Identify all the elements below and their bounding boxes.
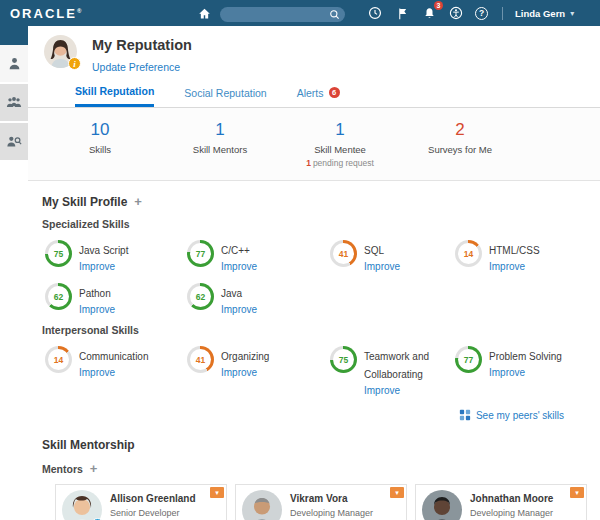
mentor-card-top: Allison Greenland Senior Developer allis…: [56, 485, 226, 520]
skill-item: 77 Problem SolvingImprove: [455, 346, 600, 396]
see-peers-skills-link[interactable]: See my peers' skills: [459, 409, 564, 421]
top-header: ORACLE® 3 ? Linda Gern ▾: [0, 0, 600, 26]
mentor-avatar[interactable]: [422, 490, 462, 520]
add-mentor-icon[interactable]: +: [90, 461, 98, 476]
improve-link[interactable]: Improve: [364, 385, 455, 396]
skill-item: 75 Teamwork and CollaboratingImprove: [330, 346, 455, 396]
left-sidebar: [0, 26, 28, 520]
specialized-skills-heading: Specialized Skills: [42, 218, 600, 230]
header-icons: 3 ?: [367, 5, 488, 21]
skill-progress-ring: 75: [330, 346, 357, 373]
tab-skill-reputation[interactable]: Skill Reputation: [75, 85, 154, 107]
sidebar-header-cap: [0, 26, 28, 45]
skill-item: 41 OrganizingImprove: [187, 346, 330, 396]
peers-icon: [459, 409, 471, 421]
improve-link[interactable]: Improve: [221, 367, 269, 378]
skill-progress-ring: 77: [187, 240, 214, 267]
skill-item: 77 C/C++Improve: [187, 240, 330, 272]
mentor-cards: ▾ Allison Greenland: [55, 484, 600, 520]
stat-skill-mentee[interactable]: 1 Skill Mentee 1pending request: [280, 120, 400, 180]
flag-icon[interactable]: [394, 5, 410, 21]
improve-link[interactable]: Improve: [489, 261, 540, 272]
mentor-card: ▾ Allison Greenland: [55, 484, 227, 520]
avatar-image: [242, 490, 282, 520]
notifications-bell-icon[interactable]: 3: [421, 5, 437, 21]
person-search-icon: [6, 134, 22, 149]
specialized-skills-grid: 75 Java ScriptImprove 77 C/C++Improve 41…: [45, 240, 600, 315]
stat-skill-mentors[interactable]: 1 Skill Mentors: [160, 120, 280, 180]
search-input[interactable]: [220, 7, 345, 22]
skill-progress-ring: 62: [187, 283, 214, 310]
accessibility-icon[interactable]: [448, 5, 464, 21]
mentor-info: Vikram Vora Developing Manager vikram.vo…: [290, 490, 383, 520]
tab-social-reputation[interactable]: Social Reputation: [184, 85, 266, 107]
skill-progress-ring: 75: [45, 240, 72, 267]
peers-link-row: See my peers' skills: [42, 407, 564, 425]
mentor-card: ▾ Johnathan Moore Developing Manager: [415, 484, 587, 520]
mentor-info: Allison Greenland Senior Developer allis…: [110, 490, 223, 520]
mentor-info: Johnathan Moore Developing Manager johna…: [470, 490, 583, 520]
main-content: i My Reputation Update Preference Skill …: [28, 26, 600, 520]
oracle-logo: ORACLE®: [10, 6, 196, 21]
improve-link[interactable]: Improve: [79, 367, 148, 378]
help-icon[interactable]: ?: [475, 7, 488, 20]
header-divider: [502, 7, 503, 20]
tab-alerts[interactable]: Alerts6: [297, 85, 340, 107]
profile-text: My Reputation Update Preference: [92, 35, 192, 75]
add-skill-icon[interactable]: +: [134, 194, 142, 209]
user-menu-caret-icon[interactable]: ▾: [570, 9, 574, 18]
alerts-count-badge: 6: [329, 87, 340, 98]
team-icon: [6, 95, 22, 110]
profile-header: i My Reputation Update Preference: [28, 26, 600, 75]
skill-profile-section: My Skill Profile+ Specialized Skills 75 …: [28, 194, 600, 520]
skill-item: 14 HTML/CSSImprove: [455, 240, 600, 272]
search-icon[interactable]: [329, 6, 340, 24]
improve-link[interactable]: Improve: [79, 304, 115, 315]
page-title: My Reputation: [92, 37, 192, 53]
search-box: [220, 4, 345, 23]
mentors-heading: Mentors+: [42, 461, 600, 476]
skill-item: 62 PathonImprove: [45, 283, 187, 315]
card-actions-button[interactable]: ▾: [570, 487, 584, 498]
mentor-avatar[interactable]: [242, 490, 282, 520]
skill-mentorship-heading: Skill Mentorship: [42, 438, 600, 452]
skill-item: 75 Java ScriptImprove: [45, 240, 187, 272]
skill-progress-ring: 41: [187, 346, 214, 373]
sidebar-item-people-search[interactable]: [0, 123, 28, 160]
user-menu[interactable]: Linda Gern: [515, 8, 565, 19]
info-badge-icon[interactable]: i: [68, 57, 81, 70]
user-avatar[interactable]: i: [44, 35, 77, 68]
clock-icon[interactable]: [367, 5, 383, 21]
avatar-image: [422, 490, 462, 520]
pending-request-note: 1pending request: [280, 158, 400, 168]
stat-surveys[interactable]: 2 Surveys for Me: [400, 120, 520, 180]
card-actions-button[interactable]: ▾: [390, 487, 404, 498]
skill-progress-ring: 14: [45, 346, 72, 373]
skill-item: 41 SQLImprove: [330, 240, 455, 272]
interpersonal-skills-heading: Interpersonal Skills: [42, 324, 600, 336]
mentor-card-top: Vikram Vora Developing Manager vikram.vo…: [236, 485, 406, 520]
stat-skills[interactable]: 10 Skills: [40, 120, 160, 180]
improve-link[interactable]: Improve: [364, 261, 400, 272]
interpersonal-skills-grid: 14 CommunicationImprove 41 OrganizingImp…: [45, 346, 600, 396]
tab-bar: Skill Reputation Social Reputation Alert…: [28, 75, 600, 108]
sidebar-item-team[interactable]: [0, 84, 28, 121]
improve-link[interactable]: Improve: [221, 261, 257, 272]
improve-link[interactable]: Improve: [79, 261, 128, 272]
mentor-card-top: Johnathan Moore Developing Manager johna…: [416, 485, 586, 520]
skill-item: 62 JavaImprove: [187, 283, 330, 315]
card-actions-button[interactable]: ▾: [210, 487, 224, 498]
improve-link[interactable]: Improve: [221, 304, 257, 315]
avatar-image: [62, 490, 102, 520]
skill-progress-ring: 62: [45, 283, 72, 310]
update-preference-link[interactable]: Update Preference: [92, 61, 180, 73]
home-icon[interactable]: [196, 5, 212, 21]
mentor-avatar[interactable]: [62, 490, 102, 520]
skill-profile-heading: My Skill Profile+: [42, 194, 600, 209]
skill-progress-ring: 77: [455, 346, 482, 373]
skill-progress-ring: 41: [330, 240, 357, 267]
person-icon: [7, 56, 22, 71]
mentor-card: ▾ Vikram Vora Developing Manager vik: [235, 484, 407, 520]
sidebar-item-person[interactable]: [0, 45, 28, 82]
improve-link[interactable]: Improve: [489, 367, 562, 378]
